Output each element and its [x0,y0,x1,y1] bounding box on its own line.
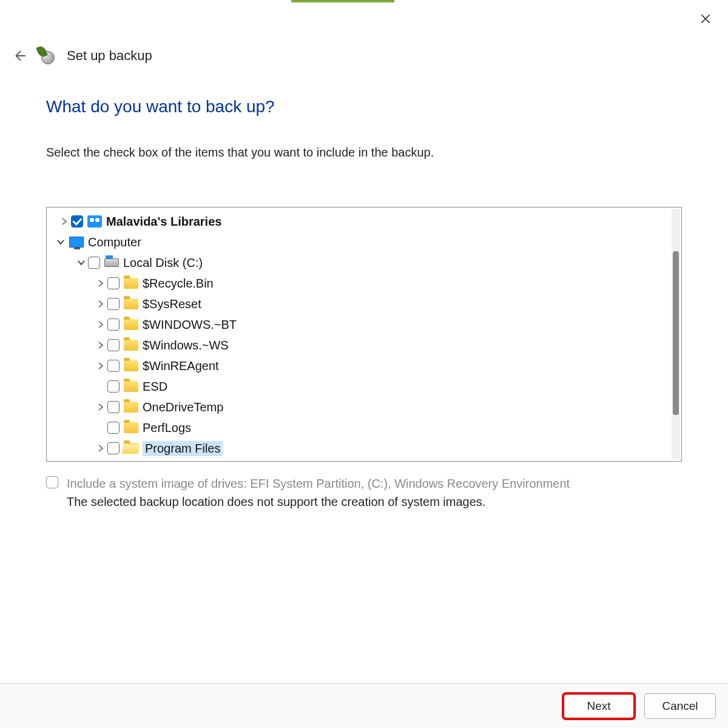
checkbox-folder[interactable] [107,380,120,393]
tree-item-folder[interactable]: $WINDOWS.~BT [47,314,681,335]
back-button[interactable] [11,47,28,64]
chevron-right-icon[interactable] [94,442,107,455]
scrollbar[interactable] [672,209,680,460]
chevron-right-icon[interactable] [94,359,107,372]
tree-item-computer[interactable]: Computer [47,232,681,252]
tree-label: $WinREAgent [143,359,219,373]
window-accent-bar [291,0,394,2]
wizard-title: Set up backup [67,48,152,64]
instruction-text: Select the check box of the items that y… [46,146,682,160]
chevron-right-icon[interactable] [94,400,107,414]
tree-label: $Windows.~WS [143,339,229,352]
chevron-right-icon[interactable] [94,318,107,331]
chevron-right-icon[interactable] [94,297,107,311]
page-heading: What do you want to back up? [46,97,682,116]
folder-icon [123,317,139,332]
tree-item-local-disk[interactable]: Local Disk (C:) [47,252,681,273]
folder-icon [123,276,139,291]
close-icon [699,13,712,25]
tree-item-folder[interactable]: $WinREAgent [47,356,681,376]
wizard-header: Set up backup [11,47,716,64]
checkbox-folder[interactable] [107,360,120,372]
tree-item-folder[interactable]: $Recycle.Bin [47,273,681,294]
tree-label: Malavida's Libraries [106,215,221,229]
folder-open-icon [123,441,139,456]
tree-item-folder[interactable]: OneDriveTemp [47,397,681,417]
tree-item-folder[interactable]: $SysReset [47,294,681,314]
checkbox-folder[interactable] [107,277,120,289]
tree-item-folder[interactable]: • PerfLogs [47,417,681,438]
folder-icon [123,359,139,373]
checkbox-folder[interactable] [107,442,120,454]
folder-icon [123,400,139,414]
chevron-right-icon[interactable] [94,339,107,352]
tree-label: $WINDOWS.~BT [143,318,237,332]
checkbox-local-disk[interactable] [88,257,100,269]
close-button[interactable] [695,8,716,29]
tree-label: ESD [143,380,167,394]
chevron-down-icon[interactable] [54,235,67,249]
checkbox-folder[interactable] [107,401,120,413]
folder-icon [123,297,139,311]
tree-item-folder-selected[interactable]: Program Files [47,438,681,459]
checkbox-folder[interactable] [107,298,120,310]
tree-label: $SysReset [143,297,201,311]
chevron-down-icon[interactable] [75,256,88,269]
folder-icon [123,420,139,435]
checkbox-libraries[interactable] [71,215,83,228]
tree-label: PerfLogs [143,421,191,435]
chevron-right-icon[interactable] [94,277,107,290]
checkbox-system-image[interactable] [46,476,58,488]
folder-icon [123,338,139,352]
system-image-option: Include a system image of drives: EFI Sy… [46,475,682,509]
folder-icon [123,379,139,394]
system-image-note: The selected backup location does not su… [67,495,570,509]
computer-icon [69,235,84,249]
tree-item-folder[interactable]: $Windows.~WS [47,335,681,356]
tree-label: OneDriveTemp [143,400,223,414]
tree-item-folder[interactable]: • ESD [47,376,681,397]
wizard-footer: Next Cancel [0,683,728,728]
system-image-label: Include a system image of drives: EFI Sy… [67,475,570,493]
main-content: What do you want to back up? Select the … [46,97,682,509]
disk-icon [104,255,120,270]
tree-label: Local Disk (C:) [123,256,203,270]
scrollbar-thumb[interactable] [673,251,679,415]
checkbox-folder[interactable] [107,422,120,434]
cancel-button[interactable]: Cancel [644,693,716,719]
libraries-icon [87,214,103,229]
tree-label: Program Files [143,441,223,456]
tree-label: Computer [88,235,141,249]
tree-label: $Recycle.Bin [143,277,214,291]
chevron-right-icon[interactable] [58,215,71,228]
checkbox-folder[interactable] [107,318,120,331]
next-button[interactable]: Next [563,693,635,719]
backup-wizard-icon [39,47,56,64]
checkbox-folder[interactable] [107,339,120,351]
backup-items-tree: Malavida's Libraries Computer Local Disk… [46,207,682,462]
back-arrow-icon [13,49,26,62]
tree-item-libraries[interactable]: Malavida's Libraries [47,211,681,232]
